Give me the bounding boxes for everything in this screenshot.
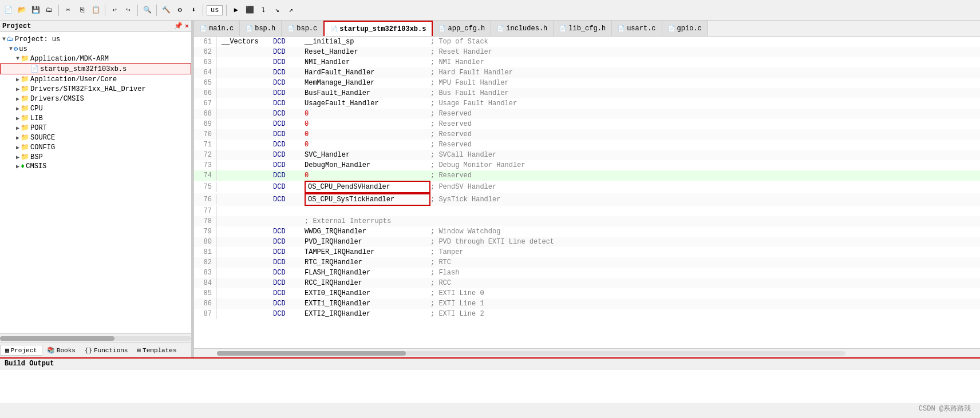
horizontal-scrollbar[interactable] — [194, 348, 980, 357]
download-icon[interactable]: ⬇ — [188, 5, 199, 16]
tab-label-lib-cfg-h: lib_cfg.h — [568, 25, 606, 33]
tab-bsp-c[interactable]: 📄 bsp.c — [282, 21, 323, 37]
tree-label-config: CONFIG — [30, 144, 55, 152]
step-out-icon[interactable]: ↗ — [285, 5, 297, 16]
gpio-c-icon: 📄 — [668, 25, 675, 32]
code-argument: RCC_IRQHandler — [305, 278, 430, 288]
tree-label-bsp: BSP — [30, 153, 43, 161]
tab-app-cfg-h[interactable]: 📄 app_cfg.h — [433, 21, 491, 37]
line-number: 74 — [194, 170, 217, 181]
tree-item-lib[interactable]: ▶ 📁 LIB — [0, 113, 191, 123]
folder-icon-app-user: 📁 — [21, 75, 29, 83]
code-comment: ; SVCall Handler — [430, 150, 496, 160]
code-instruction: DCD — [273, 237, 305, 247]
code-argument: 0 — [305, 119, 430, 129]
line-number: 75 — [194, 182, 217, 192]
redo-icon[interactable]: ↪ — [122, 5, 134, 16]
tree-label-drivers-cmsis: Drivers/CMSIS — [30, 95, 84, 103]
code-comment: ; Bus Fault Handler — [430, 88, 509, 98]
tab-usart-c[interactable]: 📄 usart.c — [612, 21, 662, 37]
folder-icon-bsp: 📁 — [21, 153, 29, 161]
copy-icon[interactable]: ⎘ — [76, 5, 88, 16]
code-editor[interactable]: 61__VectorsDCD__initial_sp; Top of Stack… — [194, 37, 980, 348]
rebuild-icon[interactable]: ⚙ — [174, 5, 185, 16]
expand-icon-config[interactable]: ▶ — [16, 144, 19, 151]
tree-item-cmsis[interactable]: ▶ ♦ CMSIS — [0, 162, 191, 171]
code-comment: ; Top of Stack — [430, 37, 488, 47]
tree-item-startup[interactable]: ▶ 📄 startup_stm32f103xb.s — [0, 63, 191, 74]
new-icon[interactable]: 📄 — [2, 5, 14, 16]
stop-icon[interactable]: ⬛ — [244, 5, 255, 16]
tree-item-source[interactable]: ▶ 📁 SOURCE — [0, 133, 191, 142]
tree-item-drivers-hal[interactable]: ▶ 📁 Drivers/STM32F1xx_HAL_Driver — [0, 84, 191, 94]
tab-templates[interactable]: ⊞ Templates — [132, 345, 181, 355]
code-argument: DebugMon_Handler — [305, 160, 430, 170]
expand-icon-drivers-cmsis[interactable]: ▶ — [16, 95, 19, 102]
code-instruction: DCD — [273, 288, 305, 298]
tab-lib-cfg-h[interactable]: 📄 lib_cfg.h — [554, 21, 612, 37]
expand-icon-cpu[interactable]: ▶ — [16, 105, 19, 112]
tab-bsp-h[interactable]: 📄 bsp.h — [240, 21, 282, 37]
tab-books[interactable]: 📚 Books — [42, 345, 80, 355]
open-folder-icon[interactable]: 📂 — [16, 5, 27, 16]
tree-item-app-mdk[interactable]: ▼ 📁 Application/MDK-ARM — [0, 54, 191, 63]
build-icon[interactable]: 🔨 — [160, 5, 172, 16]
code-instruction: DCD — [273, 160, 305, 170]
tree-item-drivers-cmsis[interactable]: ▶ 📁 Drivers/CMSIS — [0, 94, 191, 103]
pin-icon[interactable]: 📌 — [174, 22, 183, 30]
build-output-title: Build Output — [5, 360, 54, 368]
file-icon-startup: 📄 — [30, 65, 39, 73]
line-number: 76 — [194, 194, 217, 205]
tree-label-source: SOURCE — [30, 134, 55, 142]
left-scroll-bar[interactable] — [0, 333, 191, 343]
expand-icon-app-user[interactable]: ▶ — [16, 76, 19, 83]
code-comment: ; PendSV Handler — [430, 182, 496, 192]
templates-tab-label: Templates — [143, 347, 176, 354]
tab-project[interactable]: ▦ Project — [0, 345, 42, 356]
watermark: CSDN @系路路我 — [919, 404, 971, 413]
code-line-87: 87DCDEXTI2_IRQHandler; EXTI Line 2 — [194, 309, 980, 319]
close-panel-icon[interactable]: ✕ — [185, 22, 189, 30]
save-all-icon[interactable]: 🗂 — [44, 5, 55, 16]
code-argument: OS_CPU_PendSVHandler — [305, 181, 430, 193]
tree-item-port[interactable]: ▶ 📁 PORT — [0, 123, 191, 133]
expand-icon-app-mdk[interactable]: ▼ — [16, 55, 19, 62]
tab-includes-h[interactable]: 📄 includes.h — [491, 21, 554, 37]
save-icon[interactable]: 💾 — [30, 5, 41, 16]
project-icon: 🗂 — [7, 35, 14, 43]
tree-item-app-user[interactable]: ▶ 📁 Application/User/Core — [0, 74, 191, 84]
paste-icon[interactable]: 📋 — [90, 5, 101, 16]
code-instruction: DCD — [273, 47, 305, 57]
tab-main-c[interactable]: 📄 main.c — [194, 21, 240, 37]
code-instruction: DCD — [273, 257, 305, 268]
tab-startup[interactable]: 📄 startup_stm32f103xb.s — [323, 21, 433, 37]
expand-icon-us[interactable]: ▼ — [9, 46, 13, 52]
code-line-71: 71DCD0; Reserved — [194, 140, 980, 150]
cut-icon[interactable]: ✂ — [62, 5, 74, 16]
step-in-icon[interactable]: ↘ — [271, 5, 283, 16]
expand-icon-source[interactable]: ▶ — [16, 134, 19, 141]
debug-icon[interactable]: ▶ — [230, 5, 242, 16]
tree-item-root[interactable]: ▼ 🗂 Project: us — [0, 34, 191, 44]
line-number: 66 — [194, 88, 217, 98]
books-tab-icon: 📚 — [47, 347, 55, 354]
tree-item-config[interactable]: ▶ 📁 CONFIG — [0, 142, 191, 152]
tree-item-us[interactable]: ▼ ⚙ us — [0, 44, 191, 54]
tab-functions[interactable]: {} Functions — [80, 346, 133, 355]
expand-icon-lib[interactable]: ▶ — [16, 115, 19, 122]
expand-icon-root[interactable]: ▼ — [2, 36, 6, 42]
line-number: 71 — [194, 140, 217, 150]
folder-icon-drivers-cmsis: 📁 — [21, 94, 29, 103]
tree-item-cpu[interactable]: ▶ 📁 CPU — [0, 103, 191, 113]
tab-gpio-c[interactable]: 📄 gpio.c — [662, 21, 708, 37]
expand-icon-port[interactable]: ▶ — [16, 125, 19, 132]
tree-item-bsp[interactable]: ▶ 📁 BSP — [0, 152, 191, 162]
expand-icon-cmsis[interactable]: ▶ — [16, 163, 19, 170]
step-over-icon[interactable]: ⤵ — [258, 5, 269, 16]
code-instruction: DCD — [273, 109, 305, 119]
undo-icon[interactable]: ↩ — [109, 5, 120, 16]
expand-icon-bsp[interactable]: ▶ — [16, 154, 19, 161]
search-icon[interactable]: 🔍 — [141, 5, 153, 16]
build-output-content[interactable] — [0, 369, 980, 403]
expand-icon-drivers-hal[interactable]: ▶ — [16, 86, 19, 93]
